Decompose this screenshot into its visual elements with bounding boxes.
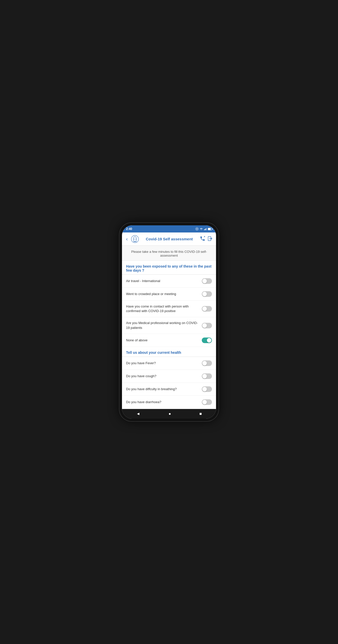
toggle-switch-diarrhoea[interactable]: [202, 399, 212, 405]
toggle-knob-cough: [202, 374, 207, 378]
toggle-switch-crowded-place[interactable]: [202, 291, 212, 297]
battery-icon: [208, 228, 212, 230]
tata-logo-icon: TATA: [131, 235, 139, 243]
toggle-knob-none-above: [207, 338, 211, 343]
phone-call-icon: [200, 236, 205, 241]
back-button[interactable]: ‹: [125, 235, 129, 243]
toggle-label-air-travel: Air travel - International: [126, 279, 202, 283]
status-bar: 2:40: [122, 225, 216, 232]
toggle-knob-covid-contact: [202, 306, 207, 311]
toggle-knob-air-travel: [202, 279, 207, 283]
nav-back-button[interactable]: ◄: [133, 410, 143, 418]
toggle-knob-diarrhoea: [202, 400, 207, 404]
signal-icon: [204, 228, 207, 230]
status-time: 2:40: [126, 227, 132, 231]
logout-icon: [207, 236, 213, 241]
toggle-knob-breathing: [202, 387, 207, 391]
wifi-icon: [199, 228, 203, 230]
exposure-rows: Air travel - InternationalWent to crowde…: [122, 275, 216, 347]
nav-recents-button[interactable]: ■: [196, 410, 205, 418]
toggle-label-covid-contact: Have you come in contact with person wit…: [126, 304, 202, 313]
app-bar: ‹ TATA Covid-19 Self assessment: [122, 232, 216, 246]
tata-logo: TATA: [131, 235, 139, 243]
phone-frame: 2:40: [119, 223, 219, 421]
intro-text: Please take a few minutes to fill this C…: [122, 246, 216, 261]
toggle-row-none-above: None of above: [122, 334, 216, 347]
toggle-switch-air-travel[interactable]: [202, 278, 212, 284]
nav-home-button[interactable]: ●: [165, 410, 174, 418]
toggle-row-crowded-place: Went to crowded place or meeting: [122, 288, 216, 301]
toggle-knob-crowded-place: [202, 292, 207, 296]
app-title: Covid-19 Self assessment: [141, 237, 198, 241]
toggle-row-cough: Do you have cough?: [122, 370, 216, 383]
toggle-label-crowded-place: Went to crowded place or meeting: [126, 292, 202, 296]
toggle-switch-fever[interactable]: [202, 360, 212, 366]
toggle-switch-medical-professional[interactable]: [202, 323, 212, 328]
toggle-row-diarrhoea: Do you have diarrhoea?: [122, 396, 216, 409]
exposure-section-header: Have you been exposed to any of these in…: [122, 261, 216, 275]
toggle-knob-medical-professional: [202, 323, 207, 328]
toggle-label-fever: Do you have Fever?: [126, 361, 202, 365]
toggle-row-medical-professional: Are you Medical professional working on …: [122, 317, 216, 334]
status-icons: [195, 227, 212, 230]
svg-text:TATA: TATA: [133, 241, 137, 242]
content-area: Please take a few minutes to fill this C…: [122, 246, 216, 409]
toggle-label-cough: Do you have cough?: [126, 374, 202, 378]
toggle-label-none-above: None of above: [126, 338, 202, 343]
app-bar-actions: [200, 236, 213, 242]
toggle-label-medical-professional: Are you Medical professional working on …: [126, 321, 202, 330]
toggle-switch-breathing[interactable]: [202, 386, 212, 392]
logout-button[interactable]: [207, 236, 213, 242]
toggle-row-fever: Do you have Fever?: [122, 357, 216, 370]
toggle-row-air-travel: Air travel - International: [122, 275, 216, 288]
notification-icon: [195, 227, 198, 230]
toggle-knob-fever: [202, 361, 207, 365]
phone-screen: 2:40: [122, 225, 216, 419]
toggle-switch-none-above[interactable]: [202, 338, 212, 343]
toggle-switch-covid-contact[interactable]: [202, 306, 212, 312]
health-rows: Do you have Fever?Do you have cough?Do y…: [122, 357, 216, 409]
toggle-label-diarrhoea: Do you have diarrhoea?: [126, 400, 202, 404]
health-section-header: Tell us about your current health: [122, 347, 216, 357]
bottom-nav: ◄ ● ■: [122, 409, 216, 419]
toggle-label-breathing: Do you have diffculty in breathing?: [126, 387, 202, 391]
toggle-row-covid-contact: Have you come in contact with person wit…: [122, 301, 216, 317]
toggle-switch-cough[interactable]: [202, 373, 212, 379]
toggle-row-breathing: Do you have diffculty in breathing?: [122, 383, 216, 396]
phone-icon[interactable]: [200, 236, 205, 242]
